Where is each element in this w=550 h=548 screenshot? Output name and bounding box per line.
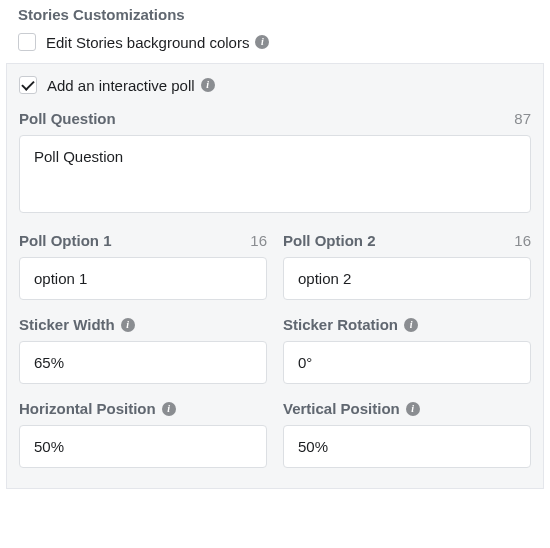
h-position-input[interactable] <box>19 425 267 468</box>
poll-question-label: Poll Question <box>19 110 116 127</box>
info-icon[interactable] <box>404 318 418 332</box>
info-icon[interactable] <box>162 402 176 416</box>
poll-option2-counter: 16 <box>514 232 531 249</box>
add-poll-label: Add an interactive poll <box>47 77 195 94</box>
edit-bg-checkbox[interactable] <box>18 33 36 51</box>
poll-option1-input[interactable] <box>19 257 267 300</box>
sticker-rotation-field: Sticker Rotation <box>283 316 531 384</box>
sticker-width-input[interactable] <box>19 341 267 384</box>
poll-option2-input[interactable] <box>283 257 531 300</box>
stories-customizations-section: Stories Customizations Edit Stories back… <box>0 0 550 489</box>
edit-bg-label: Edit Stories background colors <box>46 34 249 51</box>
v-position-label: Vertical Position <box>283 400 420 417</box>
poll-question-field: Poll Question 87 <box>19 110 531 216</box>
sticker-width-field: Sticker Width <box>19 316 267 384</box>
poll-option1-label: Poll Option 1 <box>19 232 112 249</box>
poll-question-input[interactable] <box>19 135 531 213</box>
add-poll-row[interactable]: Add an interactive poll <box>19 76 531 100</box>
sticker-rotation-label: Sticker Rotation <box>283 316 418 333</box>
info-icon[interactable] <box>406 402 420 416</box>
info-icon[interactable] <box>255 35 269 49</box>
h-position-label: Horizontal Position <box>19 400 176 417</box>
poll-option1-counter: 16 <box>250 232 267 249</box>
section-title: Stories Customizations <box>0 6 550 29</box>
poll-question-counter: 87 <box>514 110 531 127</box>
poll-option2-label: Poll Option 2 <box>283 232 376 249</box>
poll-option1-field: Poll Option 1 16 <box>19 232 267 300</box>
poll-option2-field: Poll Option 2 16 <box>283 232 531 300</box>
v-position-field: Vertical Position <box>283 400 531 468</box>
sticker-width-label: Sticker Width <box>19 316 135 333</box>
info-icon[interactable] <box>201 78 215 92</box>
edit-bg-row[interactable]: Edit Stories background colors <box>0 29 550 63</box>
poll-panel: Add an interactive poll Poll Question 87… <box>6 63 544 489</box>
sticker-rotation-input[interactable] <box>283 341 531 384</box>
add-poll-checkbox[interactable] <box>19 76 37 94</box>
v-position-input[interactable] <box>283 425 531 468</box>
info-icon[interactable] <box>121 318 135 332</box>
h-position-field: Horizontal Position <box>19 400 267 468</box>
